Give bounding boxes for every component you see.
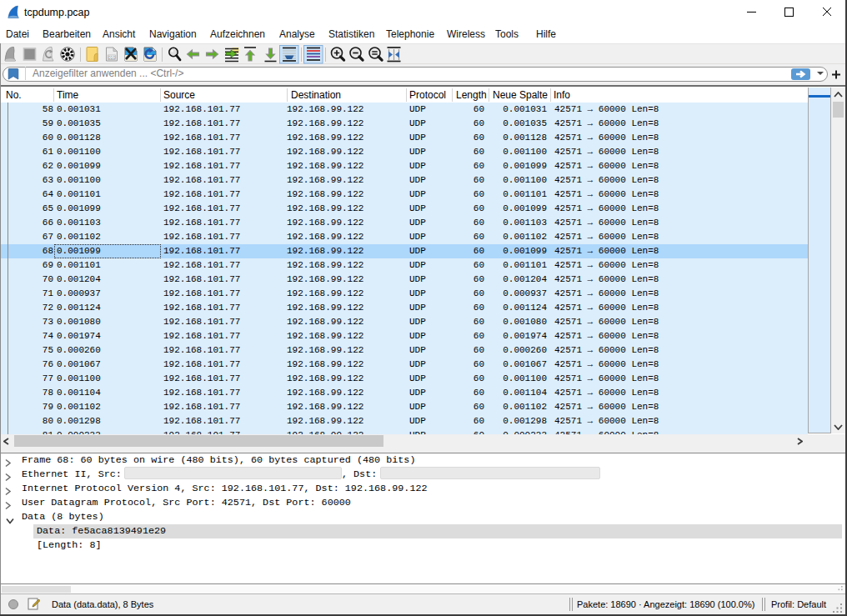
svg-text:010: 010 [108,55,116,60]
